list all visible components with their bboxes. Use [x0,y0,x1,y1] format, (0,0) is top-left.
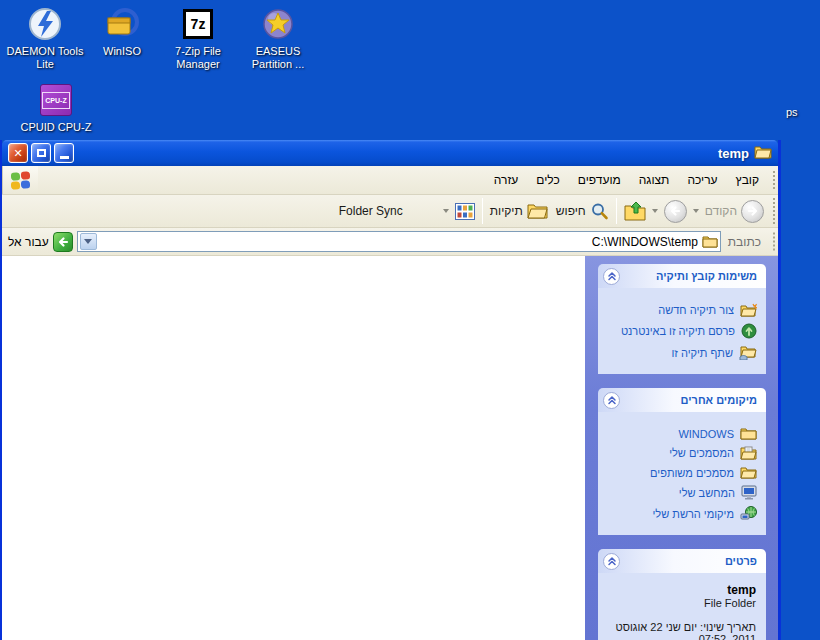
folder-icon [740,427,757,440]
window-folder-icon [754,144,772,163]
panel-header[interactable]: משימות קובץ ותיקיה [598,264,766,288]
views-icon [455,203,475,220]
address-input[interactable]: C:\WINDOWS\temp [77,231,721,252]
title-bar[interactable]: ✕ temp [2,140,778,166]
chevron-up-icon [607,556,617,566]
panel-header[interactable]: פרטים [598,549,766,573]
forward-arrow-icon [664,200,687,223]
forward-dropdown-icon[interactable] [652,209,658,213]
shared-folder-icon [740,466,757,479]
place-windows[interactable]: WINDOWS [606,427,757,440]
place-label: מיקומי הרשת שלי [653,508,734,520]
menu-file[interactable]: קובץ [727,173,768,187]
desktop-icon-winiso[interactable]: WinISO [90,6,154,58]
address-label: כתובת [721,235,768,249]
back-button[interactable]: הקודם [701,200,768,223]
address-bar: כתובת C:\WINDOWS\temp עבור אל [2,228,778,256]
toolbar-grip[interactable] [772,198,776,224]
forward-button[interactable] [660,200,691,223]
go-arrow-icon [57,236,69,248]
details-folder-type: File Folder [608,597,756,609]
collapse-button[interactable] [603,268,620,285]
window-title: temp [718,146,749,161]
menu-edit[interactable]: עריכה [678,173,726,187]
toolbar-separator [482,198,483,224]
place-my-network[interactable]: מיקומי הרשת שלי [606,506,757,521]
collapse-button[interactable] [603,553,620,570]
close-button[interactable]: ✕ [8,143,28,163]
back-label: הקודם [705,204,737,218]
task-publish-folder[interactable]: פרסם תיקיה זו באינטרנט [606,323,757,339]
share-folder-icon [739,345,757,360]
desktop-icon-daemon-tools[interactable]: DAEMON Tools Lite [6,6,84,71]
toolbar: הקודם חיפוש תיקיות Folder Sync [2,195,778,228]
menu-view[interactable]: תצוגה [630,173,679,187]
place-shared-documents[interactable]: מסמכים משותפים [606,466,757,479]
folders-button[interactable]: תיקיות [486,203,552,219]
place-label: מסמכים משותפים [650,467,734,479]
address-value: C:\WINDOWS\temp [592,235,698,249]
address-dropdown-button[interactable] [80,233,97,250]
task-create-new-folder[interactable]: צור תיקיה חדשה [606,303,757,317]
desktop-icon-label: DAEMON Tools Lite [6,45,84,71]
place-label: המסמכים שלי [669,447,734,459]
collapse-button[interactable] [603,392,620,409]
panel-details: פרטים temp File Folder תאריך שינוי: יום … [598,549,766,640]
task-pane: משימות קובץ ותיקיה צור תיקיה חדשה פרסם ת… [585,256,778,640]
place-label: המחשב שלי [679,487,735,499]
panel-other-places: מיקומים אחרים WINDOWS המסמכים שלי [598,388,766,535]
desktop-icon-easeus[interactable]: EASEUS Partition ... [240,6,316,71]
go-label[interactable]: עבור אל [2,235,49,249]
details-modified-time: 07:52 ,2011 [608,633,756,640]
panel-header[interactable]: מיקומים אחרים [598,388,766,412]
desktop-icon-label: CPUID CPU-Z [18,121,94,134]
place-my-documents[interactable]: המסמכים שלי [606,446,757,460]
search-label: חיפוש [556,204,586,218]
file-list-area[interactable] [2,256,585,640]
cpuz-icon: CPU-Z [38,82,74,118]
desktop-icon-7zip[interactable]: 7z 7-Zip File Manager [160,6,236,71]
desktop-icon-cpuz[interactable]: CPU-Z CPUID CPU-Z [18,82,94,134]
daemon-tools-icon [27,6,63,42]
publish-web-icon [741,323,757,339]
desktop-icon-label: EASEUS Partition ... [240,45,316,71]
details-modified-date: תאריך שינוי: יום שני 22 אוגוסט [608,621,756,633]
panel-title: משימות קובץ ותיקיה [656,270,757,282]
up-button[interactable] [620,201,650,221]
details-folder-name: temp [608,583,756,597]
my-documents-icon [740,446,757,460]
task-label: צור תיקיה חדשה [658,304,734,316]
toolbar-separator [616,198,617,224]
folders-icon [527,203,548,219]
search-button[interactable]: חיפוש [552,202,613,221]
menu-help[interactable]: עזרה [485,173,528,187]
back-dropdown-icon[interactable] [693,209,699,213]
place-my-computer[interactable]: המחשב שלי [606,485,757,500]
addressbar-grip[interactable] [772,231,776,252]
menu-favorites[interactable]: מועדפים [569,173,630,187]
go-button[interactable] [53,232,73,252]
menu-tools[interactable]: כלים [527,173,568,187]
desktop-icon-label: 7-Zip File Manager [160,45,236,71]
address-folder-icon [702,235,718,248]
up-folder-icon [624,201,646,221]
folder-sync-button[interactable]: Folder Sync [339,204,403,218]
desktop-icon-label-fragment: ps [786,106,798,118]
task-label: פרסם תיקיה זו באינטרנט [621,325,735,337]
panel-file-folder-tasks: משימות קובץ ותיקיה צור תיקיה חדשה פרסם ת… [598,264,766,374]
chevron-up-icon [607,271,617,281]
folders-label: תיקיות [490,204,523,218]
task-label: שתף תיקיה זו [671,347,733,359]
task-share-folder[interactable]: שתף תיקיה זו [606,345,757,360]
easeus-icon [260,6,296,42]
back-arrow-icon [741,200,764,223]
network-places-icon [740,506,757,521]
minimize-button[interactable] [54,143,74,163]
chevron-down-icon [84,239,92,244]
views-button[interactable] [437,203,479,220]
menubar-grip[interactable] [772,169,776,191]
7zip-icon: 7z [180,6,216,42]
maximize-button[interactable] [31,143,51,163]
panel-title: פרטים [725,555,757,567]
menu-bar: קובץ עריכה תצוגה מועדפים כלים עזרה [2,166,778,195]
